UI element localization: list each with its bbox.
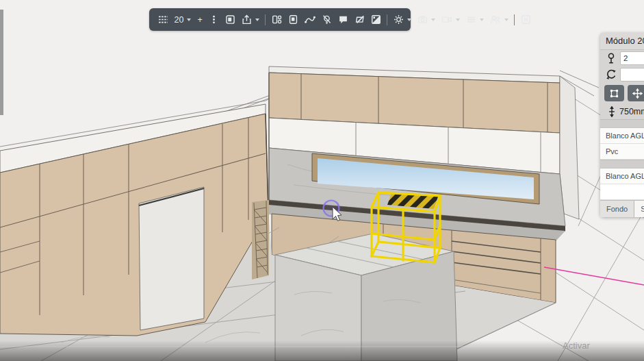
scale-button[interactable]: [604, 85, 624, 101]
material-row-empty[interactable]: [600, 184, 644, 200]
rotation-input[interactable]: [620, 68, 644, 82]
layout-icon: [272, 14, 282, 25]
camera-button[interactable]: [414, 12, 438, 28]
render-split-icon: [371, 14, 381, 25]
scale-icon: [609, 88, 619, 99]
zoom-value: 20: [175, 15, 184, 25]
video-seek-line: [0, 346, 644, 347]
chevron-down-icon: [504, 18, 508, 21]
corner-rack: [252, 200, 269, 279]
annotate-button[interactable]: [351, 12, 368, 28]
path-tool-button[interactable]: [301, 12, 318, 28]
export-icon: [242, 14, 252, 25]
path-tool-icon: [305, 14, 315, 25]
height-icon: [607, 106, 617, 117]
texture-grid-button[interactable]: [155, 12, 171, 28]
zoom-dropdown[interactable]: 20: [171, 12, 194, 28]
top-toolbar: 20 +: [149, 8, 411, 31]
left-edge-scrollbar[interactable]: [0, 10, 3, 115]
lamp-off-icon: [322, 14, 332, 25]
height-value: 750mm: [619, 107, 644, 116]
panel-divider: [600, 119, 644, 128]
document-button[interactable]: [285, 12, 301, 28]
brightness-button[interactable]: [390, 12, 414, 28]
annotate-icon: [355, 14, 365, 25]
panel-button[interactable]: [222, 12, 238, 28]
video-button[interactable]: [438, 12, 463, 28]
chevron-down-icon: [480, 18, 484, 21]
people-button[interactable]: [487, 12, 511, 28]
more-options-button[interactable]: [205, 12, 222, 28]
properties-panel: Módulo 20 750mm Blanco AGLO Pvc Blanco A…: [600, 33, 644, 217]
material-row-front[interactable]: Blanco AGLO: [600, 128, 644, 144]
list-button[interactable]: [463, 12, 487, 28]
add-button[interactable]: +: [194, 12, 205, 28]
camera-icon: [417, 14, 428, 25]
people-icon: [490, 14, 501, 25]
panel-tabs: Fondo Sin t: [600, 200, 644, 217]
brightness-icon: [394, 14, 404, 25]
move-button[interactable]: [628, 85, 644, 101]
document-icon: [288, 14, 298, 25]
island: [275, 234, 457, 361]
export-button[interactable]: [238, 12, 262, 28]
activation-watermark: Activar: [563, 340, 590, 351]
lamp-off-button[interactable]: [318, 12, 335, 28]
layout-button[interactable]: [268, 12, 285, 28]
chevron-down-icon: [407, 18, 411, 21]
list-icon: [466, 14, 476, 25]
chevron-down-icon: [456, 18, 460, 21]
close-viewport-button[interactable]: [517, 12, 534, 28]
add-label: +: [197, 15, 202, 25]
tab-sin[interactable]: Sin t: [634, 201, 644, 217]
toolbar-separator: [387, 14, 387, 25]
position-pin-icon: [605, 52, 617, 64]
toolbar-separator: [514, 14, 515, 25]
video-camera-icon: [441, 14, 452, 25]
material-row-body[interactable]: Blanco AGLO: [600, 169, 644, 184]
viewport-3d[interactable]: [0, 0, 644, 361]
close-icon: [521, 14, 531, 25]
toolbar-separator: [265, 14, 266, 25]
chevron-down-icon: [255, 18, 259, 21]
comment-icon: [338, 14, 348, 25]
rotate-icon: [605, 69, 617, 81]
module-title: Módulo 20: [600, 33, 644, 50]
move-icon: [632, 88, 643, 99]
kebab-icon: [209, 14, 219, 25]
chevron-down-icon: [431, 18, 435, 21]
chevron-down-icon: [187, 18, 191, 21]
render-split-button[interactable]: [368, 12, 384, 28]
position-input[interactable]: [620, 51, 644, 65]
tab-fondo[interactable]: Fondo: [600, 201, 634, 217]
material-row-edge[interactable]: Pvc: [600, 144, 644, 160]
panel-icon: [225, 14, 235, 25]
panel-divider: [600, 160, 644, 169]
comment-button[interactable]: [335, 12, 351, 28]
